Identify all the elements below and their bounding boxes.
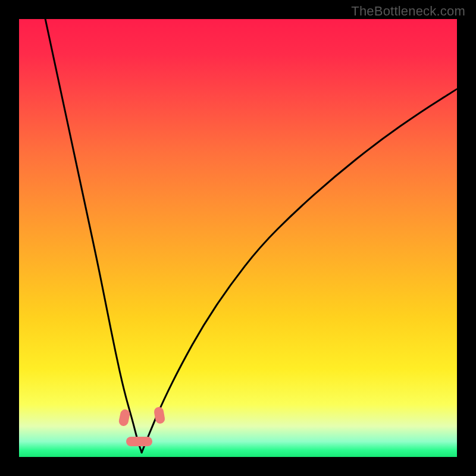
- curve-left-branch: [45, 19, 142, 453]
- curve-right-branch: [142, 89, 457, 453]
- plot-area: [19, 19, 457, 457]
- curve-layer: [19, 19, 457, 457]
- watermark-text: TheBottleneck.com: [351, 4, 465, 19]
- canvas-frame: TheBottleneck.com: [0, 0, 476, 476]
- marker-bottom-horizontal: [126, 437, 152, 446]
